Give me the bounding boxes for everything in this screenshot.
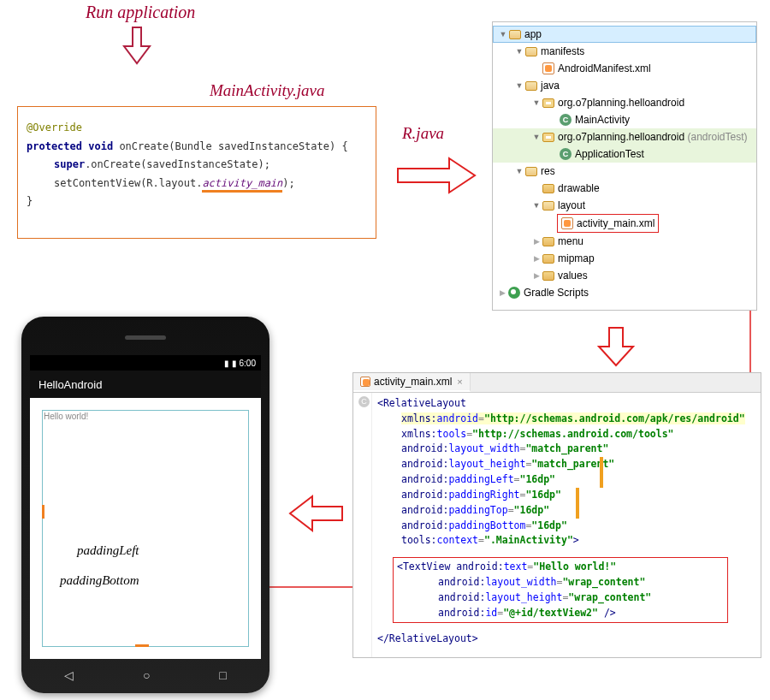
code-text: setContentView(R.layout. [54, 177, 202, 189]
tree-label: ApplicationTest [575, 145, 644, 163]
tree-node-package-test[interactable]: org.o7planning.helloandroid (androidTest… [493, 128, 756, 145]
tree-node-drawable[interactable]: drawable [493, 180, 756, 197]
tree-node-values[interactable]: values [493, 267, 756, 284]
app-title: HelloAndroid [38, 378, 102, 391]
gutter-class-icon: C [358, 396, 370, 407]
back-icon[interactable]: ◁ [64, 668, 74, 682]
folder-icon [542, 237, 554, 246]
class-icon [560, 148, 572, 160]
tree-node-layout[interactable]: layout [493, 197, 756, 214]
package-icon [542, 98, 554, 108]
folder-icon [525, 81, 537, 91]
signal-icon [224, 359, 229, 368]
textview-block-highlight: <TextView android:text="Hello world!" an… [393, 557, 728, 623]
change-marker-icon [600, 457, 603, 488]
code-text: .onCreate(savedInstanceState); [85, 158, 270, 170]
tree-label: AndroidManifest.xml [558, 60, 651, 77]
editor-tab-activity-main[interactable]: activity_main.xml× [353, 373, 471, 392]
change-marker-icon [576, 488, 579, 519]
gradle-icon [508, 287, 520, 299]
tree-node-app[interactable]: app [493, 26, 756, 43]
tree-node-res[interactable]: res [493, 163, 756, 180]
tree-label: res [541, 163, 555, 180]
tree-label: values [558, 267, 588, 284]
package-icon [542, 133, 554, 142]
tree-node-java[interactable]: java [493, 77, 756, 94]
code-text: onCreate(Bundle savedInstanceState) { [113, 140, 348, 152]
project-tree: app manifests AndroidManifest.xml java o… [492, 21, 757, 311]
phone-speaker-icon [125, 335, 166, 340]
recents-icon[interactable]: □ [219, 668, 226, 682]
code-keyword: protected void [27, 140, 113, 152]
app-title-bar: HelloAndroid [30, 371, 261, 398]
layout-bounds-outline [42, 410, 249, 647]
tree-file-androidmanifest[interactable]: AndroidManifest.xml [493, 60, 756, 77]
arrow-down-icon [120, 26, 154, 67]
xml-code-area[interactable]: <RelativeLayout xmlns:android="http://sc… [372, 393, 761, 657]
class-icon [560, 114, 572, 126]
phone-screen: ▮ 6:00 HelloAndroid Hello world! padding… [30, 355, 261, 659]
tree-label: Gradle Scripts [524, 284, 589, 301]
hello-world-textview: Hello world! [44, 412, 88, 421]
code-text: ); [282, 177, 294, 189]
tree-label: layout [558, 197, 585, 214]
tree-label: org.o7planning.helloandroid [558, 94, 684, 111]
mainactivity-java-label: MainActivity.java [210, 81, 325, 100]
tree-file-mainactivity[interactable]: MainActivity [493, 111, 756, 128]
tree-label: org.o7planning.helloandroid [558, 128, 684, 145]
tree-label-dim: (androidTest) [687, 128, 747, 145]
tree-node-mipmap[interactable]: mipmap [493, 250, 756, 267]
code-text: } [27, 193, 367, 211]
arrow-down-icon [595, 325, 637, 368]
status-bar: ▮ 6:00 [30, 355, 261, 371]
tree-file-applicationtest[interactable]: ApplicationTest [493, 145, 756, 163]
xml-file-icon [542, 62, 554, 74]
java-code-snippet: @Override protected void onCreate(Bundle… [17, 106, 376, 239]
tree-node-gradle-scripts[interactable]: Gradle Scripts [493, 284, 756, 301]
tree-node-menu[interactable]: menu [493, 233, 756, 250]
tree-label: drawable [558, 180, 600, 197]
close-icon[interactable]: × [457, 377, 462, 387]
battery-icon: ▮ [232, 359, 237, 368]
tree-label: menu [558, 233, 583, 250]
run-application-label: Run application [86, 3, 195, 22]
tree-label: mipmap [558, 250, 595, 267]
paddingleft-callout: paddingLeft [77, 543, 139, 558]
tree-label: java [541, 77, 560, 94]
tree-node-manifests[interactable]: manifests [493, 43, 756, 60]
xml-tag: <RelativeLayout [377, 397, 466, 409]
code-reference-activity-main: activity_main [202, 177, 282, 193]
xml-file-icon [561, 217, 573, 229]
xml-closing-tag: </RelativeLayout> [377, 632, 478, 644]
folder-icon [542, 271, 554, 281]
code-annotation: @Override [27, 122, 82, 133]
clock-text: 6:00 [240, 359, 256, 368]
xml-editor: activity_main.xml× C <RelativeLayout xml… [352, 372, 761, 658]
tree-label: app [524, 26, 542, 43]
paddingbottom-callout: paddingBottom [60, 573, 139, 588]
tab-label: activity_main.xml [374, 376, 452, 388]
module-icon [509, 30, 521, 39]
xml-file-icon [360, 377, 370, 387]
code-keyword: super [54, 158, 85, 170]
tree-file-activity-main-xml[interactable]: activity_main.xml [493, 215, 631, 232]
folder-icon [542, 254, 554, 264]
tree-label: manifests [541, 43, 584, 60]
home-icon[interactable]: ○ [143, 668, 150, 682]
arrow-right-icon [394, 154, 479, 197]
folder-icon [542, 201, 554, 211]
tree-label: activity_main.xml [577, 215, 654, 232]
tree-node-package-main[interactable]: org.o7planning.helloandroid [493, 94, 756, 111]
folder-icon [525, 167, 537, 176]
phone-mockup: ▮ 6:00 HelloAndroid Hello world! padding… [21, 317, 270, 693]
tree-label: MainActivity [575, 111, 630, 128]
r-java-label: R.java [402, 124, 444, 143]
folder-icon [525, 47, 537, 56]
phone-nav-bar: ◁ ○ □ [30, 666, 261, 685]
folder-icon [542, 184, 554, 193]
